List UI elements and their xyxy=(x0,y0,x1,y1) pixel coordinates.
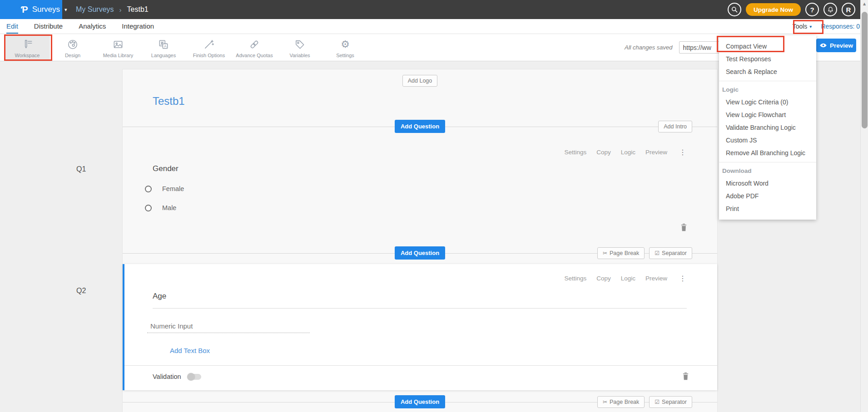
q2-title[interactable]: Age xyxy=(153,292,687,309)
question-mark-icon: ? xyxy=(810,6,814,14)
scrollbar-up-arrow[interactable]: ▲ xyxy=(861,0,868,7)
q2-settings-link[interactable]: Settings xyxy=(564,275,586,282)
q2-preview-link[interactable]: Preview xyxy=(645,275,667,282)
q1-option-female-label[interactable]: Female xyxy=(162,185,184,192)
add-logo-button[interactable]: Add Logo xyxy=(402,75,438,87)
menu-item-validate-branching-logic[interactable]: Validate Branching Logic xyxy=(719,121,816,134)
menu-item-test-responses[interactable]: Test Responses xyxy=(719,53,816,65)
menu-item-print[interactable]: Print xyxy=(719,202,816,215)
q2-delete-trash-icon[interactable] xyxy=(682,372,689,380)
tab-edit[interactable]: Edit xyxy=(6,19,18,34)
preview-button[interactable]: Preview xyxy=(816,39,856,52)
tools-dropdown-trigger[interactable]: Tools ▾ xyxy=(793,23,812,30)
menu-section-logic: Logic xyxy=(719,84,816,96)
validation-toggle[interactable] xyxy=(188,374,201,380)
menu-item-adobe-pdf[interactable]: Adobe PDF xyxy=(719,190,816,202)
add-question-row-1: Add Question Add Intro xyxy=(123,120,717,132)
validation-label: Validation xyxy=(153,373,181,380)
search-icon xyxy=(731,6,738,13)
avatar-initial: R xyxy=(846,6,851,14)
eye-icon xyxy=(819,42,827,49)
breadcrumb: My Surveys › Testb1 xyxy=(76,5,149,14)
q1-option-row: Female xyxy=(145,185,717,192)
q1-option-row: Male xyxy=(145,204,717,211)
breadcrumb-current-survey: Testb1 xyxy=(127,5,149,14)
menu-section-download: Download xyxy=(719,165,816,177)
help-button[interactable]: ? xyxy=(805,3,819,16)
toolbar-item-media-library[interactable]: Media Library xyxy=(95,34,141,61)
toolbar-item-languages[interactable]: A Languages xyxy=(141,34,186,61)
add-intro-button[interactable]: Add Intro xyxy=(658,121,692,132)
caret-down-icon: ▾ xyxy=(64,7,67,13)
gear-icon: ⚙ xyxy=(339,39,351,50)
survey-card: Add Logo Testb1 Add Question Add Intro S… xyxy=(122,69,718,412)
menu-item-view-logic-criteria[interactable]: View Logic Criteria (0) xyxy=(719,96,816,108)
q1-title[interactable]: Gender xyxy=(153,164,687,173)
responses-count[interactable]: Responses: 0 xyxy=(821,23,860,30)
survey-title[interactable]: Testb1 xyxy=(153,95,717,108)
add-question-button[interactable]: Add Question xyxy=(395,120,445,133)
image-icon xyxy=(112,39,124,50)
scrollbar-thumb[interactable] xyxy=(862,12,868,128)
breadcrumb-my-surveys[interactable]: My Surveys xyxy=(76,5,114,14)
menu-item-microsoft-word[interactable]: Microsoft Word xyxy=(719,177,816,190)
add-question-button[interactable]: Add Question xyxy=(395,246,445,260)
q1-copy-link[interactable]: Copy xyxy=(596,149,611,156)
menu-item-custom-js[interactable]: Custom JS xyxy=(719,134,816,147)
tools-dropdown-menu: Compact View Test Responses Search & Rep… xyxy=(719,35,816,220)
menu-item-search-replace[interactable]: Search & Replace xyxy=(719,65,816,78)
q2-logic-link[interactable]: Logic xyxy=(621,275,635,282)
q1-preview-link[interactable]: Preview xyxy=(645,149,667,156)
q1-delete-trash-icon[interactable] xyxy=(680,223,687,231)
q2-kebab-menu-icon[interactable]: ⋮ xyxy=(679,274,686,283)
translate-icon: A xyxy=(158,39,169,50)
top-bar: Ƥ Surveys ▾ My Surveys › Testb1 Upgrade … xyxy=(0,0,868,19)
workspace-icon xyxy=(21,39,33,50)
breadcrumb-separator-icon: › xyxy=(119,6,122,14)
tab-integration[interactable]: Integration xyxy=(122,19,154,34)
avatar[interactable]: R xyxy=(842,3,855,16)
nav-tabs: Edit Distribute Analytics Integration xyxy=(6,19,154,34)
product-switcher[interactable]: Ƥ Surveys ▾ xyxy=(0,0,62,19)
proprofs-logo-icon: Ƥ xyxy=(21,5,28,15)
q2-copy-link[interactable]: Copy xyxy=(596,275,611,282)
scissors-icon: ✂ xyxy=(603,250,607,256)
navrow-right: Tools ▾ Responses: 0 xyxy=(793,19,860,34)
toolbar-item-finish-options[interactable]: Finish Options xyxy=(186,34,232,61)
checkbox-icon: ☑ xyxy=(655,399,660,405)
toolbar-item-design[interactable]: Design xyxy=(50,34,95,61)
menu-item-compact-view[interactable]: Compact View xyxy=(719,40,816,53)
upgrade-now-button[interactable]: Upgrade Now xyxy=(746,3,801,16)
tab-distribute[interactable]: Distribute xyxy=(34,19,63,34)
notifications-button[interactable] xyxy=(823,3,837,16)
q1-settings-link[interactable]: Settings xyxy=(564,149,586,156)
wand-icon xyxy=(203,39,215,50)
add-question-button[interactable]: Add Question xyxy=(395,395,445,408)
page-break-button[interactable]: ✂Page Break xyxy=(597,396,645,408)
tools-label: Tools xyxy=(793,23,808,30)
q1-logic-link[interactable]: Logic xyxy=(621,149,635,156)
menu-item-view-logic-flowchart[interactable]: View Logic Flowchart xyxy=(719,108,816,121)
q1-actions: Settings Copy Logic Preview ⋮ xyxy=(123,148,717,157)
separator-button[interactable]: ☑Separator xyxy=(649,247,692,259)
q2-numeric-input[interactable] xyxy=(147,322,310,333)
toolbar-item-workspace[interactable]: Workspace xyxy=(5,34,50,61)
separator-button[interactable]: ☑Separator xyxy=(649,396,692,408)
add-text-box-link[interactable]: Add Text Box xyxy=(170,347,210,354)
search-button[interactable] xyxy=(728,3,741,16)
toolbar-item-settings[interactable]: ⚙ Settings xyxy=(322,34,368,61)
toolbar-item-variables[interactable]: Variables xyxy=(277,34,322,61)
q1-kebab-menu-icon[interactable]: ⋮ xyxy=(679,148,686,157)
menu-item-remove-all-branching-logic[interactable]: Remove All Branching Logic xyxy=(719,147,816,159)
scissors-icon: ✂ xyxy=(603,399,607,405)
q1-option-male-label[interactable]: Male xyxy=(162,204,176,211)
toggle-knob xyxy=(187,373,195,381)
q1-radio-female[interactable] xyxy=(145,186,152,192)
q2-card-selected: Settings Copy Logic Preview ⋮ Age Add Te… xyxy=(123,264,717,390)
topbar-actions: Upgrade Now ? R xyxy=(728,3,868,16)
toolbar-item-advance-quotas[interactable]: Advance Quotas xyxy=(232,34,277,61)
q1-radio-male[interactable] xyxy=(145,205,152,211)
tab-analytics[interactable]: Analytics xyxy=(79,19,106,34)
page-break-button[interactable]: ✂Page Break xyxy=(597,247,645,259)
section-nav: Edit Distribute Analytics Integration To… xyxy=(0,19,868,34)
